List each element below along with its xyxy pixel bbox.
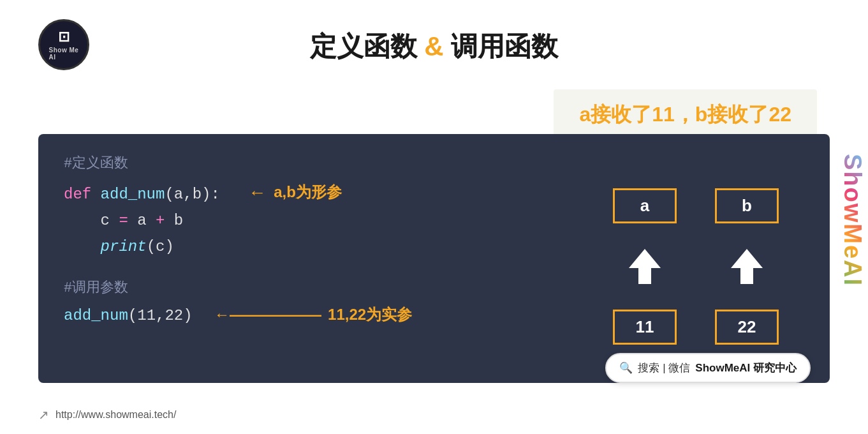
arrow-up-b [715,249,779,284]
title-text-after: 调用函数 [444,31,559,61]
param-22-label: 22 [738,317,756,337]
eq-op: = [119,212,128,229]
call-annotation: ←—————— 11,22为实参 [214,302,412,328]
def-annotation: ← a,b为形参 [248,177,342,208]
keyword-print: print [101,238,147,255]
annotation-text: a接收了11，b接收了22 [579,103,791,126]
arrow-left-icon: ← [248,177,266,208]
arrow-up-a [613,249,677,284]
param-box-b: b [715,188,779,223]
call-args: (11,22) [128,307,202,324]
footer-url: http://www.showmeai.tech/ [55,409,176,421]
page-title: 定义函数 & 调用函数 [0,29,868,64]
search-icon: 🔍 [619,361,633,375]
param-boxes-container: a b 11 22 [613,188,779,345]
param-box-11: 11 [613,310,677,345]
param-a-label: a [640,196,649,216]
search-badge: 🔍 搜索 | 微信 ShowMeAI 研究中心 [605,353,811,383]
svg-marker-1 [731,249,763,284]
keyword-def: def [64,186,101,203]
arrow-up-a-svg [629,249,661,284]
param-11-label: 11 [636,317,654,337]
param-row-top: a b [613,188,779,223]
search-badge-brand: ShowMeAI 研究中心 [695,361,797,375]
title-text-before: 定义函数 [310,31,425,61]
print-args: (c) [147,238,174,255]
def-annotation-text: a,b为形参 [274,179,342,206]
call-func-name: add_num [64,307,128,324]
annotation-box: a接收了11，b接收了22 [554,89,817,140]
call-annotation-text: 11,22为实参 [328,302,412,328]
svg-marker-0 [629,249,661,284]
param-box-22: 22 [715,310,779,345]
search-badge-text: 搜索 | 微信 [638,361,690,375]
param-row-bottom: 11 22 [613,310,779,345]
func-params: (a,b): [165,186,229,203]
param-b-label: b [742,196,752,216]
param-box-a: a [613,188,677,223]
func-name: add_num [101,186,165,203]
code-section1-comment: #定义函数 [64,153,804,172]
watermark: ShowMeAI [836,83,868,357]
plus-op: + [156,212,165,229]
footer-area: ↗ http://www.showmeai.tech/ [38,407,176,423]
arrow-up-row [613,249,779,284]
arrow-up-b-svg [731,249,763,284]
watermark-text: ShowMeAI [839,154,866,287]
long-arrow-icon: ←—————— [214,302,321,328]
cursor-icon: ↗ [38,407,49,423]
title-amp: & [424,31,443,61]
